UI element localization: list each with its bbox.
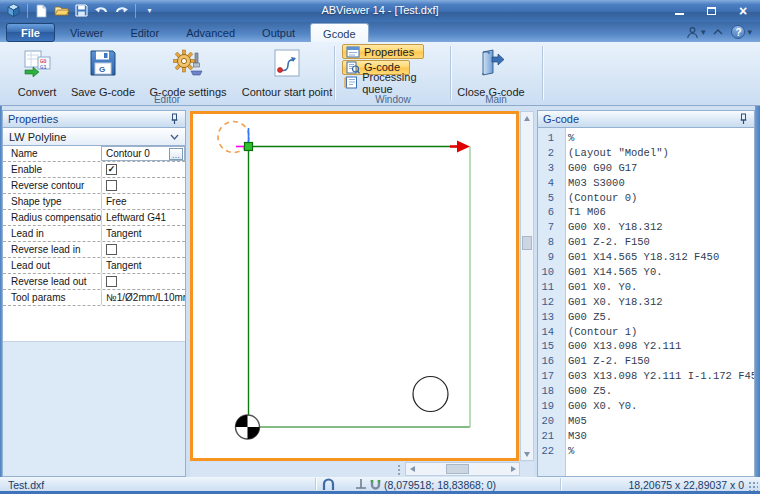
property-value[interactable]: … bbox=[101, 274, 185, 289]
origin-marker bbox=[236, 415, 260, 439]
vertical-scroll-thumb[interactable] bbox=[522, 236, 532, 250]
properties-panel-header: Properties bbox=[3, 111, 185, 128]
main-area: Properties LW Polyline Name bbox=[0, 106, 760, 477]
checkbox[interactable] bbox=[106, 276, 117, 287]
line-text[interactable]: (Layout "Model") bbox=[560, 146, 669, 161]
close-button[interactable]: × bbox=[732, 3, 754, 18]
snap-toggle[interactable] bbox=[369, 479, 382, 491]
tab-file[interactable]: File bbox=[6, 23, 55, 42]
osnap-toggle[interactable] bbox=[322, 478, 335, 491]
property-value[interactable]: … bbox=[101, 178, 185, 193]
canvas-vertical-scrollbar[interactable] bbox=[520, 111, 534, 461]
line-text[interactable]: G01 X14.565 Y18.312 F450 bbox=[560, 250, 719, 265]
property-value-text: Contour 0 bbox=[106, 148, 150, 159]
line-text[interactable]: G00 X0. Y18.312 bbox=[560, 220, 663, 235]
tab-label: Editor bbox=[130, 27, 159, 39]
start-point-marker[interactable] bbox=[245, 143, 253, 151]
property-value[interactable]: №1/Ø2mm/L10mm … bbox=[101, 290, 185, 305]
ellipsis-button[interactable]: … bbox=[169, 148, 183, 160]
resize-grip[interactable] bbox=[748, 481, 758, 491]
property-value[interactable]: … bbox=[101, 162, 185, 177]
statusbar-separator bbox=[315, 478, 316, 490]
property-value[interactable]: Tangent … bbox=[101, 226, 185, 241]
group-separator bbox=[334, 46, 335, 100]
canvas-horizontal-scrollbar[interactable] bbox=[405, 462, 520, 476]
line-text[interactable]: % bbox=[560, 131, 574, 146]
gcode-settings-button[interactable]: G-code settings bbox=[142, 44, 234, 100]
checkbox[interactable] bbox=[106, 164, 117, 175]
toggle-processing-queue-label: Processing queue bbox=[362, 71, 445, 95]
property-value[interactable]: Tangent … bbox=[101, 258, 185, 273]
tab-gcode[interactable]: Gcode bbox=[310, 23, 368, 42]
property-value[interactable]: … bbox=[101, 242, 185, 257]
line-text[interactable]: G01 Z-2. F150 bbox=[560, 235, 650, 250]
property-value[interactable]: Free … bbox=[101, 194, 185, 209]
property-value[interactable]: Contour 0 … bbox=[101, 146, 185, 161]
line-text[interactable]: G00 G90 G17 bbox=[560, 161, 637, 176]
drill-circle[interactable] bbox=[413, 377, 448, 412]
drawing-canvas[interactable] bbox=[190, 111, 519, 461]
tab-advanced[interactable]: Advanced bbox=[174, 23, 247, 42]
tab-label: Gcode bbox=[323, 28, 355, 40]
tab-output[interactable]: Output bbox=[250, 23, 307, 42]
scroll-up-button[interactable] bbox=[521, 112, 533, 124]
line-number: 8 bbox=[538, 235, 560, 250]
line-text[interactable]: M30 bbox=[560, 429, 587, 444]
line-text[interactable]: M03 S3000 bbox=[560, 176, 625, 191]
editor-group-label: Editor bbox=[0, 94, 334, 105]
line-text[interactable]: G00 Z5. bbox=[560, 384, 612, 399]
checkbox[interactable] bbox=[106, 180, 117, 191]
scroll-down-button[interactable] bbox=[521, 448, 533, 460]
gcode-line-15: 15 G00 X13.098 Y2.111 bbox=[538, 339, 754, 354]
close-gcode-button[interactable]: Close G-code bbox=[454, 44, 528, 100]
gcode-line-7: 7 G00 X0. Y18.312 bbox=[538, 220, 754, 235]
gcode-editor[interactable]: 1 % 2 (Layout "Model") 3 G00 G90 G17 4 M… bbox=[538, 128, 754, 476]
toggle-properties-button[interactable]: Properties bbox=[342, 44, 424, 59]
line-text[interactable]: M05 bbox=[560, 414, 587, 429]
scroll-right-button[interactable] bbox=[507, 463, 519, 475]
convert-button[interactable]: G0 G1 Convert bbox=[8, 44, 66, 100]
checkbox[interactable] bbox=[106, 244, 117, 255]
line-text[interactable]: G01 X14.565 Y0. bbox=[560, 265, 663, 280]
pin-icon[interactable] bbox=[737, 113, 749, 125]
help-button[interactable]: ?▾ bbox=[731, 25, 752, 39]
line-text[interactable]: % bbox=[560, 444, 574, 459]
line-text[interactable]: T1 M06 bbox=[560, 205, 606, 220]
pin-icon[interactable] bbox=[168, 113, 180, 125]
properties-panel: Properties LW Polyline Name bbox=[2, 110, 186, 477]
save-gcode-button[interactable]: G Save G-code bbox=[70, 44, 136, 100]
tab-viewer[interactable]: Viewer bbox=[58, 23, 115, 42]
property-value-text: Tangent bbox=[106, 260, 142, 271]
maximize-button[interactable] bbox=[700, 3, 722, 18]
horizontal-scroll-thumb[interactable] bbox=[446, 464, 469, 474]
line-text[interactable]: G00 X0. Y0. bbox=[560, 399, 637, 414]
line-text[interactable]: (Contour 0) bbox=[560, 191, 637, 206]
tab-editor[interactable]: Editor bbox=[118, 23, 171, 42]
magnet-icon bbox=[369, 479, 382, 491]
contour-start-point-button[interactable]: Contour start point bbox=[238, 44, 336, 100]
property-row-shape-type: Shape type Free … bbox=[3, 194, 185, 210]
line-text[interactable]: G01 X0. Y18.312 bbox=[560, 295, 663, 310]
minimize-ribbon-button[interactable] bbox=[713, 29, 723, 35]
ortho-toggle[interactable] bbox=[355, 478, 367, 490]
line-text[interactable]: G01 Z-2. F150 bbox=[560, 354, 650, 369]
gcode-line-2: 2 (Layout "Model") bbox=[538, 146, 754, 161]
line-text[interactable]: G03 X13.098 Y2.111 I-1.172 F450 bbox=[560, 369, 754, 384]
line-text[interactable]: G00 X13.098 Y2.111 bbox=[560, 339, 681, 354]
line-text[interactable]: (Contour 1) bbox=[560, 325, 637, 340]
arrow-left-icon bbox=[407, 466, 415, 472]
line-text[interactable]: G01 X0. Y0. bbox=[560, 280, 637, 295]
scroll-left-button[interactable] bbox=[406, 463, 418, 475]
property-value[interactable]: Leftward G41 … bbox=[101, 210, 185, 225]
minimize-button[interactable] bbox=[668, 3, 690, 18]
tab-label: Advanced bbox=[186, 27, 235, 39]
entity-type-select[interactable]: LW Polyline bbox=[3, 128, 185, 146]
tab-label: File bbox=[21, 27, 40, 39]
toggle-processing-queue-button[interactable]: Processing queue bbox=[342, 75, 450, 90]
account-button[interactable]: ▾ bbox=[686, 26, 706, 39]
gcode-line-10: 10 G01 X14.565 Y0. bbox=[538, 265, 754, 280]
scrollbar-splitter-dots[interactable] bbox=[397, 464, 401, 475]
property-label: Lead out bbox=[3, 260, 101, 271]
line-number: 9 bbox=[538, 250, 560, 265]
line-text[interactable]: G00 Z5. bbox=[560, 310, 612, 325]
